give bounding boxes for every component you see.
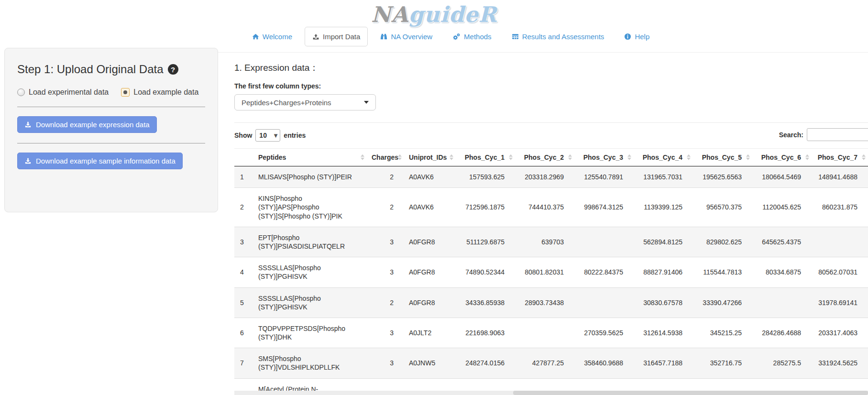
tab-methods[interactable]: Methods <box>445 27 499 46</box>
radio-load-example-data[interactable]: Load example data <box>121 88 198 97</box>
radio-label: Load example data <box>133 88 198 97</box>
peptide-cell: EPT[Phospho (STY)]PSIASDISLPIATQELR <box>253 227 367 257</box>
tab-na-overview[interactable]: NA Overview <box>373 27 440 46</box>
value-cell: 131965.7031 <box>634 166 693 188</box>
table-row: 2KINS[Phospho (STY)]APS[Phospho (STY)]S[… <box>234 188 868 227</box>
radio-selected-icon[interactable] <box>121 88 130 97</box>
row-index-cell: 7 <box>234 348 253 378</box>
expression-table-wrapper: Peptides Charges Uniprot_IDs Phos_Cyc_1 … <box>234 148 868 395</box>
sort-icon <box>746 154 750 160</box>
value-cell: 125540.7891 <box>574 166 634 188</box>
column-types-select[interactable]: Peptides+Charges+Proteins <box>234 94 376 110</box>
upload-panel: Step 1: Upload Original Data ? Load expe… <box>4 48 218 212</box>
row-index-cell: 1 <box>234 166 253 188</box>
value-cell: 30830.67578 <box>634 287 693 318</box>
header-uniprot-ids[interactable]: Uniprot_IDs <box>404 149 456 166</box>
tab-results-assessments[interactable]: Results and Assessments <box>504 27 612 46</box>
scrollbar-thumb[interactable] <box>513 391 868 395</box>
sort-icon <box>687 154 691 160</box>
value-cell: 33390.47266 <box>693 287 752 318</box>
value-cell <box>515 318 574 348</box>
divider <box>17 143 205 143</box>
value-cell: 562894.8125 <box>634 227 693 257</box>
value-cell: 88827.91406 <box>634 257 693 287</box>
select-caret-icon: ▼ <box>274 133 278 138</box>
value-cell: 80334.6875 <box>752 257 812 287</box>
value-cell: 148941.4688 <box>812 166 868 188</box>
download-icon <box>24 121 32 128</box>
table-row: 1MLISAVS[Phospho (STY)]PEIR2A0AVK6157593… <box>234 166 868 188</box>
uniprot-cell: A0JLT2 <box>404 318 456 348</box>
binoculars-icon <box>380 33 387 40</box>
header-peptides[interactable]: Peptides <box>253 149 367 166</box>
value-cell: 829802.625 <box>693 227 752 257</box>
charge-cell: 2 <box>367 287 404 318</box>
row-index-cell: 4 <box>234 257 253 287</box>
sort-icon <box>398 154 402 160</box>
table-row: 7SMS[Phospho (STY)]VDLSHIPLKDPLLFK3A0JNW… <box>234 348 868 378</box>
tab-label: Import Data <box>323 33 360 41</box>
value-cell: 312614.5938 <box>634 318 693 348</box>
uniprot-cell: A0JNW5 <box>404 348 456 378</box>
search-label: Search: <box>779 131 803 139</box>
header-charges[interactable]: Charges <box>367 149 404 166</box>
value-cell: 31978.69141 <box>812 287 868 318</box>
page-length-select[interactable]: 10 ▼ <box>255 129 280 142</box>
page-length-value: 10 <box>259 132 267 139</box>
value-cell: 270359.5625 <box>574 318 634 348</box>
value-cell: 80562.07031 <box>812 257 868 287</box>
value-cell: 427877.25 <box>515 348 574 378</box>
column-types-label: The first few column types: <box>234 82 868 90</box>
value-cell: 284286.4688 <box>752 318 812 348</box>
button-label: Download example sample information data <box>36 157 176 165</box>
logo-text-na: NA <box>371 2 408 27</box>
tab-label: Results and Assessments <box>522 33 604 41</box>
search-input[interactable] <box>807 128 868 141</box>
peptide-cell: MLISAVS[Phospho (STY)]PEIR <box>253 166 367 188</box>
header-phos-cyc-1[interactable]: Phos_Cyc_1 <box>456 149 515 166</box>
header-phos-cyc-4[interactable]: Phos_Cyc_4 <box>634 149 693 166</box>
header-phos-cyc-2[interactable]: Phos_Cyc_2 <box>515 149 574 166</box>
app-logo: NAguideR <box>0 2 868 27</box>
header-phos-cyc-5[interactable]: Phos_Cyc_5 <box>693 149 752 166</box>
header-phos-cyc-7[interactable]: Phos_Cyc_7 <box>812 149 868 166</box>
divider <box>17 107 205 107</box>
uniprot-cell: A0FGR8 <box>404 227 456 257</box>
value-cell: 1139399.125 <box>634 188 693 227</box>
value-cell: 203317.4063 <box>812 318 868 348</box>
radio-load-experimental-data[interactable]: Load experimental data <box>17 88 109 97</box>
charge-cell: 2 <box>367 166 404 188</box>
peptide-cell: KINS[Phospho (STY)]APS[Phospho (STY)]S[P… <box>253 188 367 227</box>
uniprot-cell: A0AVK6 <box>404 166 456 188</box>
download-expression-button[interactable]: Download example expression data <box>17 116 157 133</box>
tab-welcome[interactable]: Welcome <box>244 27 300 46</box>
value-cell: 345215.25 <box>693 318 752 348</box>
sort-icon <box>627 154 631 160</box>
radio-unselected-icon[interactable] <box>17 88 25 96</box>
value-cell: 712596.1875 <box>456 188 515 227</box>
value-cell <box>812 227 868 257</box>
table-row: 6TQDPVPPETPSDS[Phospho (STY)]DHK3A0JLT22… <box>234 318 868 348</box>
header-phos-cyc-6[interactable]: Phos_Cyc_6 <box>752 149 812 166</box>
horizontal-scrollbar[interactable] <box>234 391 868 395</box>
value-cell: 195625.6563 <box>693 166 752 188</box>
value-cell: 639703 <box>515 227 574 257</box>
tab-import-data[interactable]: Import Data <box>305 27 368 46</box>
page-length-control: Show 10 ▼ entries <box>234 129 868 142</box>
charge-cell: 2 <box>367 188 404 227</box>
download-sample-info-button[interactable]: Download example sample information data <box>17 153 183 169</box>
question-circle-icon[interactable]: ? <box>168 64 178 75</box>
sort-icon <box>805 154 809 160</box>
chevron-down-icon <box>364 101 369 104</box>
tab-help[interactable]: Help <box>616 27 657 46</box>
header-phos-cyc-3[interactable]: Phos_Cyc_3 <box>574 149 634 166</box>
panel-title: Step 1: Upload Original Data ? <box>17 63 205 76</box>
header-row-index <box>234 149 253 166</box>
value-cell: 744410.375 <box>515 188 574 227</box>
section-title: 1. Expression data： <box>234 62 868 74</box>
table-row: 3EPT[Phospho (STY)]PSIASDISLPIATQELR3A0F… <box>234 227 868 257</box>
gears-icon <box>452 33 461 41</box>
value-cell: 180664.5469 <box>752 166 812 188</box>
sort-icon <box>509 154 513 160</box>
table-row: 5SSSSLLAS[Phospho (STY)]PGHISVK2A0FGR834… <box>234 287 868 318</box>
